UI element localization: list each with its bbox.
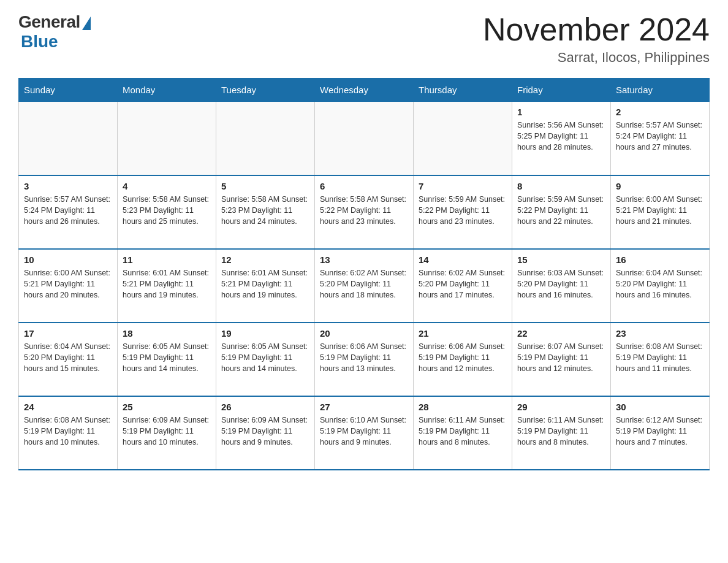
day-info: Sunrise: 6:09 AM Sunset: 5:19 PM Dayligh… bbox=[221, 415, 309, 448]
calendar-cell bbox=[118, 102, 216, 175]
week-row-3: 10Sunrise: 6:00 AM Sunset: 5:21 PM Dayli… bbox=[19, 249, 710, 323]
day-number: 28 bbox=[419, 402, 507, 412]
calendar-cell: 15Sunrise: 6:03 AM Sunset: 5:20 PM Dayli… bbox=[512, 249, 611, 323]
calendar-cell: 16Sunrise: 6:04 AM Sunset: 5:20 PM Dayli… bbox=[611, 249, 710, 323]
day-info: Sunrise: 6:01 AM Sunset: 5:21 PM Dayligh… bbox=[123, 267, 211, 301]
day-number: 24 bbox=[24, 402, 112, 412]
day-number: 25 bbox=[123, 402, 211, 412]
week-row-5: 24Sunrise: 6:08 AM Sunset: 5:19 PM Dayli… bbox=[19, 396, 710, 470]
day-number: 21 bbox=[419, 328, 507, 339]
logo-blue-text: Blue bbox=[21, 32, 58, 52]
calendar-cell: 13Sunrise: 6:02 AM Sunset: 5:20 PM Dayli… bbox=[315, 249, 414, 323]
day-info: Sunrise: 6:10 AM Sunset: 5:19 PM Dayligh… bbox=[320, 415, 408, 448]
calendar-cell: 14Sunrise: 6:02 AM Sunset: 5:20 PM Dayli… bbox=[414, 249, 512, 323]
day-number: 10 bbox=[24, 255, 112, 265]
calendar-cell: 12Sunrise: 6:01 AM Sunset: 5:21 PM Dayli… bbox=[216, 249, 315, 323]
day-number: 2 bbox=[616, 107, 704, 117]
calendar-cell: 8Sunrise: 5:59 AM Sunset: 5:22 PM Daylig… bbox=[512, 175, 611, 249]
day-info: Sunrise: 6:06 AM Sunset: 5:19 PM Dayligh… bbox=[320, 341, 408, 374]
day-number: 27 bbox=[320, 402, 408, 412]
calendar-cell: 30Sunrise: 6:12 AM Sunset: 5:19 PM Dayli… bbox=[611, 396, 710, 470]
calendar-cell: 23Sunrise: 6:08 AM Sunset: 5:19 PM Dayli… bbox=[611, 323, 710, 396]
day-info: Sunrise: 6:09 AM Sunset: 5:19 PM Dayligh… bbox=[123, 415, 211, 448]
day-info: Sunrise: 5:56 AM Sunset: 5:25 PM Dayligh… bbox=[517, 120, 605, 153]
location-subtitle: Sarrat, Ilocos, Philippines bbox=[483, 50, 710, 66]
day-info: Sunrise: 5:58 AM Sunset: 5:23 PM Dayligh… bbox=[221, 194, 309, 227]
calendar-cell: 17Sunrise: 6:04 AM Sunset: 5:20 PM Dayli… bbox=[19, 323, 118, 396]
day-info: Sunrise: 5:59 AM Sunset: 5:22 PM Dayligh… bbox=[517, 194, 605, 227]
day-number: 14 bbox=[419, 255, 507, 265]
day-info: Sunrise: 6:11 AM Sunset: 5:19 PM Dayligh… bbox=[419, 415, 507, 448]
day-info: Sunrise: 5:57 AM Sunset: 5:24 PM Dayligh… bbox=[616, 120, 704, 153]
week-row-4: 17Sunrise: 6:04 AM Sunset: 5:20 PM Dayli… bbox=[19, 323, 710, 396]
day-number: 18 bbox=[123, 328, 211, 339]
week-row-2: 3Sunrise: 5:57 AM Sunset: 5:24 PM Daylig… bbox=[19, 175, 710, 249]
day-number: 17 bbox=[24, 328, 112, 339]
calendar-cell: 20Sunrise: 6:06 AM Sunset: 5:19 PM Dayli… bbox=[315, 323, 414, 396]
day-number: 7 bbox=[419, 181, 507, 191]
calendar-cell: 26Sunrise: 6:09 AM Sunset: 5:19 PM Dayli… bbox=[216, 396, 315, 470]
day-info: Sunrise: 6:08 AM Sunset: 5:19 PM Dayligh… bbox=[24, 415, 112, 448]
calendar-cell bbox=[19, 102, 118, 175]
day-number: 8 bbox=[517, 181, 605, 191]
day-number: 19 bbox=[221, 328, 309, 339]
title-section: November 2024 Sarrat, Ilocos, Philippine… bbox=[483, 12, 710, 66]
day-info: Sunrise: 6:01 AM Sunset: 5:21 PM Dayligh… bbox=[221, 267, 309, 301]
column-header-wednesday: Wednesday bbox=[315, 79, 414, 102]
day-info: Sunrise: 5:59 AM Sunset: 5:22 PM Dayligh… bbox=[419, 194, 507, 227]
day-info: Sunrise: 5:58 AM Sunset: 5:22 PM Dayligh… bbox=[320, 194, 408, 227]
day-number: 30 bbox=[616, 402, 704, 412]
calendar-cell: 24Sunrise: 6:08 AM Sunset: 5:19 PM Dayli… bbox=[19, 396, 118, 470]
day-info: Sunrise: 6:00 AM Sunset: 5:21 PM Dayligh… bbox=[24, 267, 112, 301]
calendar-cell: 3Sunrise: 5:57 AM Sunset: 5:24 PM Daylig… bbox=[19, 175, 118, 249]
day-info: Sunrise: 6:04 AM Sunset: 5:20 PM Dayligh… bbox=[616, 267, 704, 301]
column-header-friday: Friday bbox=[512, 79, 611, 102]
day-number: 29 bbox=[517, 402, 605, 412]
day-number: 26 bbox=[221, 402, 309, 412]
calendar-cell bbox=[216, 102, 315, 175]
column-header-tuesday: Tuesday bbox=[216, 79, 315, 102]
day-number: 6 bbox=[320, 181, 408, 191]
calendar-cell: 6Sunrise: 5:58 AM Sunset: 5:22 PM Daylig… bbox=[315, 175, 414, 249]
day-number: 1 bbox=[517, 107, 605, 117]
day-info: Sunrise: 6:05 AM Sunset: 5:19 PM Dayligh… bbox=[221, 341, 309, 374]
day-number: 23 bbox=[616, 328, 704, 339]
column-header-thursday: Thursday bbox=[414, 79, 512, 102]
day-info: Sunrise: 6:04 AM Sunset: 5:20 PM Dayligh… bbox=[24, 341, 112, 374]
day-info: Sunrise: 6:02 AM Sunset: 5:20 PM Dayligh… bbox=[419, 267, 507, 301]
day-number: 20 bbox=[320, 328, 408, 339]
calendar-cell: 2Sunrise: 5:57 AM Sunset: 5:24 PM Daylig… bbox=[611, 102, 710, 175]
week-row-1: 1Sunrise: 5:56 AM Sunset: 5:25 PM Daylig… bbox=[19, 102, 710, 175]
calendar-cell: 9Sunrise: 6:00 AM Sunset: 5:21 PM Daylig… bbox=[611, 175, 710, 249]
day-number: 9 bbox=[616, 181, 704, 191]
day-number: 11 bbox=[123, 255, 211, 265]
calendar-cell: 21Sunrise: 6:06 AM Sunset: 5:19 PM Dayli… bbox=[414, 323, 512, 396]
calendar-cell: 25Sunrise: 6:09 AM Sunset: 5:19 PM Dayli… bbox=[118, 396, 216, 470]
day-info: Sunrise: 6:03 AM Sunset: 5:20 PM Dayligh… bbox=[517, 267, 605, 301]
day-number: 3 bbox=[24, 181, 112, 191]
day-info: Sunrise: 6:06 AM Sunset: 5:19 PM Dayligh… bbox=[419, 341, 507, 374]
day-number: 22 bbox=[517, 328, 605, 339]
day-info: Sunrise: 5:57 AM Sunset: 5:24 PM Dayligh… bbox=[24, 194, 112, 227]
day-number: 15 bbox=[517, 255, 605, 265]
day-number: 13 bbox=[320, 255, 408, 265]
month-title: November 2024 bbox=[483, 12, 710, 47]
calendar-header-row: SundayMondayTuesdayWednesdayThursdayFrid… bbox=[19, 79, 710, 102]
calendar-table: SundayMondayTuesdayWednesdayThursdayFrid… bbox=[18, 78, 710, 470]
day-info: Sunrise: 6:08 AM Sunset: 5:19 PM Dayligh… bbox=[616, 341, 704, 374]
day-info: Sunrise: 6:07 AM Sunset: 5:19 PM Dayligh… bbox=[517, 341, 605, 374]
calendar-cell: 1Sunrise: 5:56 AM Sunset: 5:25 PM Daylig… bbox=[512, 102, 611, 175]
logo: General Blue bbox=[18, 12, 91, 52]
column-header-saturday: Saturday bbox=[611, 79, 710, 102]
day-number: 4 bbox=[123, 181, 211, 191]
calendar-cell: 28Sunrise: 6:11 AM Sunset: 5:19 PM Dayli… bbox=[414, 396, 512, 470]
calendar-cell bbox=[414, 102, 512, 175]
day-info: Sunrise: 5:58 AM Sunset: 5:23 PM Dayligh… bbox=[123, 194, 211, 227]
calendar-cell: 18Sunrise: 6:05 AM Sunset: 5:19 PM Dayli… bbox=[118, 323, 216, 396]
page-header: General Blue November 2024 Sarrat, Iloco… bbox=[18, 12, 710, 66]
day-number: 12 bbox=[221, 255, 309, 265]
day-info: Sunrise: 6:02 AM Sunset: 5:20 PM Dayligh… bbox=[320, 267, 408, 301]
calendar-cell: 27Sunrise: 6:10 AM Sunset: 5:19 PM Dayli… bbox=[315, 396, 414, 470]
day-number: 5 bbox=[221, 181, 309, 191]
day-number: 16 bbox=[616, 255, 704, 265]
